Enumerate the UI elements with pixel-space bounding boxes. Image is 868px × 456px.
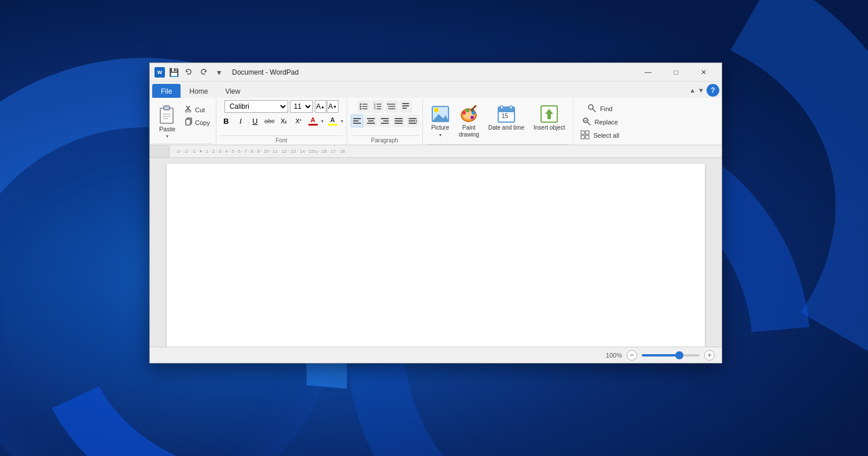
qat-dropdown-button[interactable]: ▾ <box>212 66 225 79</box>
replace-button[interactable]: ab Replace <box>579 116 621 128</box>
svg-rect-34 <box>368 120 374 122</box>
svg-rect-10 <box>186 119 190 125</box>
strikethrough-icon: abc <box>264 117 275 124</box>
paint-drawing-button[interactable]: Paintdrawing <box>455 102 483 141</box>
clipboard-sub-buttons: Cut Copy <box>182 101 212 128</box>
picture-button[interactable]: Picture ▾ <box>428 102 453 140</box>
svg-line-67 <box>587 123 590 126</box>
zoom-thumb[interactable] <box>675 351 683 359</box>
paint-drawing-label: Paintdrawing <box>459 124 479 138</box>
italic-button[interactable]: I <box>234 115 247 127</box>
paste-label: Paste <box>159 126 175 133</box>
svg-marker-26 <box>387 103 388 105</box>
svg-point-53 <box>466 109 469 112</box>
align-center-button[interactable] <box>365 115 377 127</box>
document-content[interactable] <box>178 175 693 347</box>
wordpad-window: W 💾 ▾ Document - WordPad — □ ✕ File Home… <box>149 62 722 363</box>
zoom-percent: 100% <box>606 352 622 359</box>
tab-home[interactable]: Home <box>181 84 216 98</box>
paste-button[interactable]: Paste ▾ <box>153 101 181 141</box>
svg-point-51 <box>462 111 466 115</box>
date-time-label: Date and time <box>488 124 524 131</box>
editing-group: Find ab Replace Select all Editing <box>573 98 626 145</box>
help-button[interactable]: ? <box>707 84 719 97</box>
ribbon-help-area: ▲ ▼ ? <box>689 84 719 98</box>
statusbar: 100% − + <box>150 347 722 363</box>
underline-button[interactable]: U <box>249 115 262 127</box>
svg-rect-39 <box>395 118 403 119</box>
align-left-button[interactable] <box>351 115 363 127</box>
find-icon <box>587 104 597 114</box>
font-color-letter: A <box>311 116 315 123</box>
bold-button[interactable]: B <box>220 115 233 127</box>
paragraph-group-content: 1.2.3. <box>351 100 419 134</box>
tab-file[interactable]: File <box>152 84 181 98</box>
numbered-list-button[interactable]: 1.2.3. <box>372 100 384 113</box>
font-color-button[interactable]: A <box>307 115 319 127</box>
ribbon: Paste ▾ Cut Copy <box>150 98 722 145</box>
ribbon-collapse-up[interactable]: ▲ <box>689 87 696 94</box>
svg-rect-36 <box>381 118 389 119</box>
highlight-letter: A <box>330 116 335 123</box>
save-button[interactable]: 💾 <box>167 66 180 79</box>
redo-button[interactable] <box>197 66 210 79</box>
align-right-button[interactable] <box>378 115 391 127</box>
font-decrease-button[interactable]: A▼ <box>327 100 339 113</box>
paint-icon <box>459 105 478 123</box>
insert-object-icon <box>540 105 558 123</box>
picture-dropdown-arrow: ▾ <box>439 133 442 138</box>
document-area[interactable] <box>150 158 722 347</box>
zoom-slider[interactable] <box>642 354 700 356</box>
superscript-button[interactable]: X² <box>292 115 305 127</box>
font-size-select[interactable]: 11 <box>290 100 313 113</box>
find-button[interactable]: Find <box>584 102 616 115</box>
line-spacing-button[interactable] <box>385 100 398 113</box>
svg-rect-59 <box>501 106 503 109</box>
paragraph-settings-button[interactable] <box>399 100 412 113</box>
zoom-out-button[interactable]: − <box>627 350 637 361</box>
svg-point-54 <box>470 116 474 119</box>
svg-point-13 <box>359 106 361 108</box>
paragraph-row1: 1.2.3. <box>358 100 412 113</box>
font-name-select[interactable]: Calibri <box>225 100 288 113</box>
svg-rect-35 <box>367 123 375 124</box>
svg-rect-1 <box>164 106 170 110</box>
highlight-dropdown[interactable]: ▾ <box>341 119 343 124</box>
insert-object-label: Insert object <box>534 124 565 131</box>
ribbon-collapse-down[interactable]: ▼ <box>698 87 704 94</box>
ruler: · -3 · -2 · -1 · ▾ · 1 · 2 · 3 · 4 · 5 ·… <box>150 145 722 158</box>
minimize-button[interactable]: — <box>635 63 661 82</box>
insert-group: Picture ▾ <box>423 98 574 145</box>
close-button[interactable]: ✕ <box>690 63 717 82</box>
font-increase-button[interactable]: A▲ <box>315 100 326 113</box>
highlight-button[interactable]: A <box>326 115 339 127</box>
select-all-label: Select all <box>593 132 619 139</box>
zoom-in-button[interactable]: + <box>704 350 715 361</box>
font-group: Calibri 11 A▲ A▼ B I U abc <box>216 98 347 145</box>
picture-icon <box>431 105 450 123</box>
date-time-button[interactable]: 15 Date and time <box>485 102 528 134</box>
select-all-button[interactable]: Select all <box>577 129 623 142</box>
copy-icon <box>185 117 193 127</box>
strikethrough-button[interactable]: abc <box>263 115 276 127</box>
font-color-bar <box>308 124 318 126</box>
replace-icon: ab <box>582 117 591 127</box>
cut-button[interactable]: Cut <box>182 104 212 116</box>
undo-button[interactable] <box>182 66 195 79</box>
insert-object-button[interactable]: Insert object <box>530 102 568 134</box>
tab-view[interactable]: View <box>216 84 249 98</box>
font-label: Font <box>220 135 343 145</box>
rtl-button[interactable] <box>406 115 419 127</box>
justify-button[interactable] <box>392 115 405 127</box>
window-title: Document - WordPad <box>232 68 299 76</box>
font-color-dropdown[interactable]: ▾ <box>321 119 323 124</box>
subscript-button[interactable]: X₂ <box>278 115 290 127</box>
copy-button[interactable]: Copy <box>182 116 212 128</box>
svg-point-64 <box>589 105 593 109</box>
font-row1: Calibri 11 A▲ A▼ <box>225 100 339 113</box>
svg-rect-33 <box>367 118 375 119</box>
maximize-button[interactable]: □ <box>663 63 689 82</box>
document-page[interactable] <box>167 164 705 347</box>
bullets-button[interactable] <box>358 100 370 113</box>
ruler-scale: · -3 · -2 · -1 · ▾ · 1 · 2 · 3 · 4 · 5 ·… <box>170 149 722 154</box>
